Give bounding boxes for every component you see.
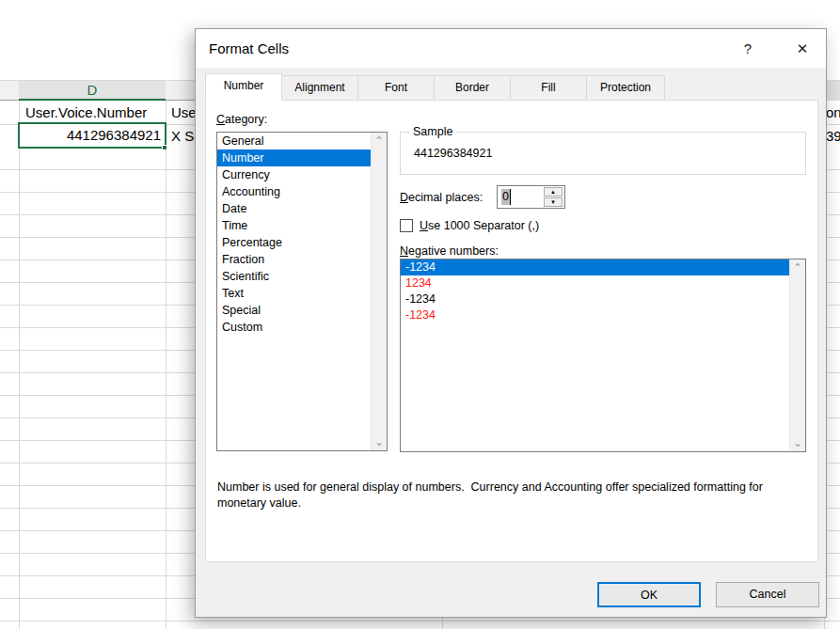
sample-groupbox: Sample 441296384921 (400, 132, 806, 175)
negative-numbers-label: Negative numbers: (400, 244, 499, 258)
decimal-places-stepper: ▲ ▼ (544, 187, 563, 207)
category-listbox[interactable]: General Number Currency Accounting Date … (216, 132, 388, 451)
category-item-currency[interactable]: Currency (217, 166, 387, 183)
tab-number[interactable]: Number (205, 73, 282, 101)
category-item-time[interactable]: Time (217, 217, 387, 234)
tab-fill[interactable]: Fill (510, 75, 587, 101)
negative-item-red-plain[interactable]: 1234 (401, 275, 805, 291)
decimal-places-input[interactable]: 0 ▲ ▼ (497, 185, 565, 209)
decimal-places-label: Decimal places: (400, 191, 483, 204)
scroll-up-icon[interactable]: ⌃ (790, 260, 805, 275)
tab-strip: Number Alignment Font Border Fill Protec… (205, 73, 664, 101)
category-item-number[interactable]: Number (217, 149, 387, 166)
tab-border[interactable]: Border (434, 75, 511, 101)
negative-scrollbar[interactable]: ⌃ ⌄ (789, 259, 805, 451)
cell-e1-partial[interactable]: Use (171, 101, 195, 124)
help-icon[interactable]: ? (732, 29, 764, 68)
category-item-custom[interactable]: Custom (217, 319, 387, 336)
scroll-down-icon[interactable]: ⌄ (372, 434, 387, 449)
column-header-d[interactable]: D (19, 81, 166, 101)
decimal-places-value[interactable]: 0 (501, 189, 511, 205)
category-item-accounting[interactable]: Accounting (217, 183, 387, 200)
negative-item-black-minus[interactable]: -1234 (401, 259, 805, 275)
category-item-percentage[interactable]: Percentage (217, 234, 387, 251)
sample-label: Sample (409, 125, 456, 138)
cell-d1[interactable]: User.Voice.Number (25, 101, 165, 124)
fill-handle[interactable] (162, 145, 167, 150)
sample-value: 441296384921 (414, 147, 492, 160)
tab-font[interactable]: Font (357, 75, 435, 101)
cell-edge-header-partial[interactable]: on (826, 101, 840, 124)
column-header-edge[interactable] (825, 81, 840, 101)
format-cells-dialog: Format Cells ? ✕ Number Alignment Font B… (195, 28, 827, 618)
dialog-titlebar[interactable]: Format Cells ? ✕ (196, 29, 826, 68)
thousand-separator-label: Use 1000 Separator (,) (420, 219, 539, 232)
gridline-col-d (166, 80, 166, 629)
close-icon[interactable]: ✕ (786, 29, 818, 68)
thousand-separator-checkbox[interactable] (400, 219, 413, 232)
category-item-fraction[interactable]: Fraction (217, 251, 387, 268)
category-label: Category: (216, 113, 267, 126)
category-item-scientific[interactable]: Scientific (217, 268, 387, 285)
category-scrollbar[interactable]: ⌃ ⌄ (371, 133, 387, 450)
category-item-date[interactable]: Date (217, 200, 387, 217)
category-item-special[interactable]: Special (217, 302, 387, 319)
spinner-up-icon[interactable]: ▲ (544, 187, 563, 197)
negative-item-red-minus[interactable]: -1234 (401, 307, 805, 323)
category-description: Number is used for general display of nu… (217, 480, 812, 511)
tab-protection[interactable]: Protection (586, 75, 665, 101)
ok-button[interactable]: OK (597, 582, 701, 607)
spinner-down-icon[interactable]: ▼ (544, 197, 563, 207)
cell-edge-value-partial[interactable]: 39 (826, 125, 840, 148)
cell-e2-partial[interactable]: X Se (171, 125, 195, 148)
category-item-general[interactable]: General (217, 133, 387, 149)
tab-alignment[interactable]: Alignment (281, 75, 358, 101)
scroll-up-icon[interactable]: ⌃ (372, 134, 387, 149)
number-tab-page: Category: General Number Currency Accoun… (205, 100, 818, 562)
scroll-down-icon[interactable]: ⌄ (790, 435, 805, 450)
dialog-title: Format Cells (209, 29, 289, 68)
negative-numbers-listbox[interactable]: -1234 1234 -1234 -1234 ⌃ ⌄ (400, 259, 806, 452)
category-item-text[interactable]: Text (217, 285, 387, 302)
negative-item-black-plain[interactable]: -1234 (401, 291, 805, 307)
cancel-button[interactable]: Cancel (716, 582, 819, 607)
gridline-col-c (19, 80, 20, 629)
selected-cell-d2[interactable]: 441296384921 (18, 122, 166, 149)
